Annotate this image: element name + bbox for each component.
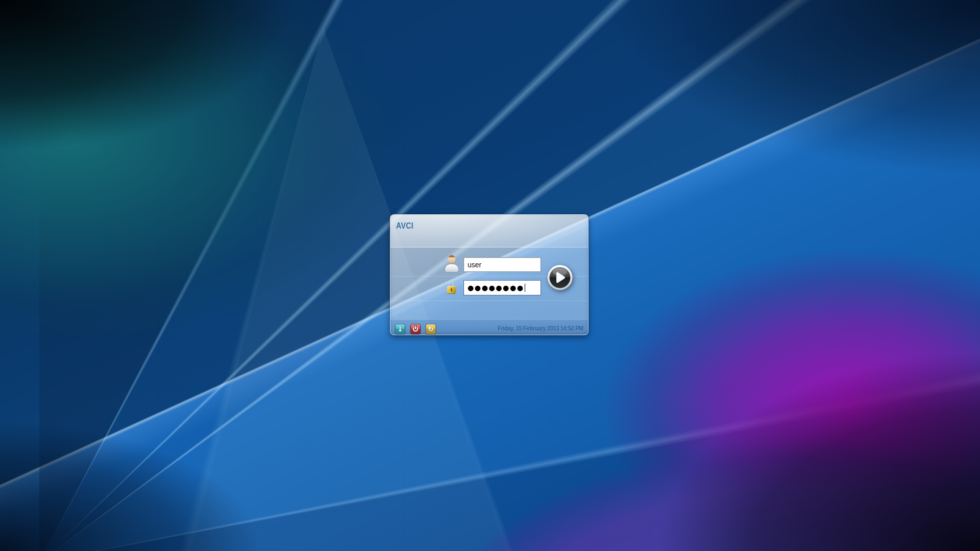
footer-bar: ↓ ↻ Friday, 15 February 2013 14:52 PM	[390, 319, 588, 335]
lock-body	[447, 286, 456, 293]
avatar-torso	[445, 264, 458, 272]
brand-title: AVCI	[396, 221, 413, 231]
shutdown-button[interactable]	[410, 324, 421, 334]
text-caret	[525, 284, 526, 292]
avatar-head	[448, 255, 455, 263]
suspend-button[interactable]: ↓	[395, 324, 405, 334]
user-avatar-icon	[445, 255, 458, 272]
dialog-header: AVCI	[390, 215, 588, 247]
username-input[interactable]: user	[463, 257, 541, 272]
play-icon	[547, 265, 573, 290]
down-arrow-icon: ↓	[398, 326, 403, 333]
password-input[interactable]: ●●●●●●●●	[463, 280, 541, 295]
login-screen: AVCI user ●●●●●●●●	[0, 0, 980, 551]
login-button[interactable]	[547, 265, 573, 290]
restart-button[interactable]: ↻	[426, 324, 436, 334]
power-icon	[413, 327, 418, 332]
row-divider	[390, 300, 588, 301]
login-dialog: AVCI user ●●●●●●●●	[390, 214, 589, 335]
username-value: user	[468, 261, 481, 269]
restart-arrow-icon: ↻	[428, 326, 434, 333]
datetime-label: Friday, 15 February 2013 14:52 PM	[498, 320, 583, 335]
password-masked-value: ●●●●●●●●	[468, 284, 524, 291]
password-lock-icon	[447, 282, 456, 293]
